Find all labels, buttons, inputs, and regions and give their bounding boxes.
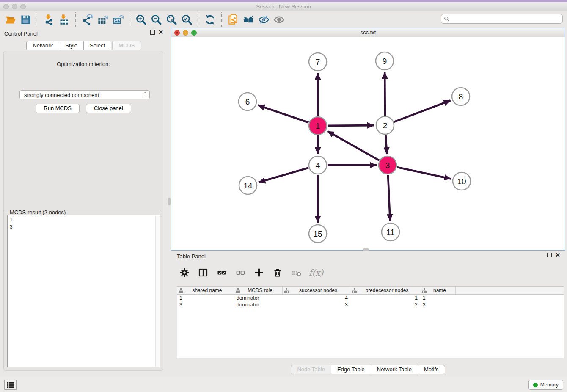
refresh-button[interactable]: [202, 13, 217, 26]
table-body: 1dominator4113dominator323: [177, 295, 564, 308]
mcds-result-group: MCDS result (2 nodes) 1 3: [6, 213, 162, 369]
import-network-button[interactable]: [41, 13, 56, 26]
select-all-button[interactable]: [216, 267, 228, 279]
duplicate-network-icon: [228, 14, 239, 25]
node-6[interactable]: 6: [239, 93, 256, 110]
column-header-shared-name[interactable]: shared name: [177, 287, 234, 294]
table-row[interactable]: 1dominator411: [177, 295, 564, 301]
network-canvas[interactable]: 7968124314101511: [171, 37, 565, 250]
edge-3-10[interactable]: [397, 167, 451, 179]
zoom-in-button[interactable]: [133, 13, 149, 26]
split-columns-button[interactable]: [197, 267, 209, 279]
delete-button[interactable]: [272, 267, 284, 279]
column-header-name[interactable]: name: [420, 287, 456, 294]
eye-slash-icon: [258, 14, 270, 25]
edge-2-8[interactable]: [394, 100, 451, 122]
svg-text:11: 11: [386, 228, 395, 237]
column-header-predecessor-nodes[interactable]: predecessor nodes: [350, 287, 420, 294]
delete-table-button[interactable]: [290, 267, 302, 279]
function-builder-button[interactable]: f(x): [309, 268, 323, 278]
status-bar: Memory: [0, 377, 567, 392]
task-history-button[interactable]: [4, 380, 17, 390]
vertical-splitter-handle[interactable]: [168, 198, 171, 205]
float-panel-icon[interactable]: [150, 30, 155, 35]
node-7[interactable]: 7: [309, 53, 327, 71]
edge-1-2[interactable]: [328, 125, 374, 126]
close-panel-icon[interactable]: ✕: [158, 30, 163, 35]
table-row[interactable]: 3dominator323: [177, 301, 564, 308]
table-tab-node-table[interactable]: Node Table: [291, 365, 331, 374]
gear-icon: [179, 268, 190, 278]
edge-2-9[interactable]: [385, 72, 385, 116]
result-scrollbar[interactable]: [155, 216, 160, 367]
edge-3-11[interactable]: [388, 175, 390, 221]
table-tab-motifs[interactable]: Motifs: [418, 365, 445, 374]
table-tab-network-table[interactable]: Network Table: [371, 365, 418, 374]
criterion-select[interactable]: strongly connected component ⌃⌄: [19, 90, 150, 99]
result-line: 3: [10, 224, 158, 231]
node-11[interactable]: 11: [382, 223, 399, 241]
result-line: 1: [10, 216, 158, 224]
open-session-button[interactable]: [3, 13, 18, 26]
zoom-out-button[interactable]: [149, 13, 164, 26]
node-4[interactable]: 4: [309, 156, 327, 174]
column-header-mcds-role[interactable]: MCDS role: [234, 287, 283, 294]
node-14[interactable]: 14: [239, 177, 257, 194]
hide-selected-button[interactable]: [256, 13, 271, 26]
float-panel-icon[interactable]: [547, 253, 552, 257]
close-panel-icon[interactable]: ✕: [555, 253, 560, 257]
mcds-result-textarea[interactable]: 1 3: [7, 215, 160, 367]
export-image-icon: [112, 14, 124, 25]
node-8[interactable]: 8: [452, 88, 470, 105]
table-cell: 1: [350, 295, 420, 301]
edge-3-1[interactable]: [328, 131, 379, 160]
import-table-icon: [58, 14, 70, 25]
export-table-button[interactable]: [95, 13, 110, 26]
export-network-button[interactable]: [80, 13, 95, 26]
run-mcds-button[interactable]: Run MCDS: [36, 104, 80, 113]
zoom-out-icon: [151, 14, 162, 25]
node-10[interactable]: 10: [453, 172, 471, 190]
search-field[interactable]: [441, 14, 563, 24]
svg-text:15: 15: [313, 229, 322, 238]
horizontal-splitter-handle[interactable]: [363, 248, 369, 251]
create-column-button[interactable]: [253, 267, 265, 279]
node-3[interactable]: 3: [379, 156, 396, 174]
table-settings-button[interactable]: [179, 267, 190, 279]
edge-2-3[interactable]: [385, 135, 387, 154]
edge-4-14[interactable]: [259, 168, 308, 182]
tab-style[interactable]: Style: [59, 41, 84, 50]
duplicate-network-button[interactable]: [226, 13, 241, 26]
node-2[interactable]: 2: [376, 116, 394, 134]
import-table-button[interactable]: [56, 13, 72, 26]
toolbar-separator: [198, 12, 198, 27]
zoom-fit-button[interactable]: [164, 13, 179, 26]
application-window: Session: New Session: [0, 0, 567, 392]
home-button[interactable]: [241, 13, 256, 26]
zoom-selected-button[interactable]: [179, 13, 194, 26]
node-1[interactable]: 1: [309, 117, 327, 135]
node-15[interactable]: 15: [309, 225, 327, 243]
network-frame-titlebar[interactable]: × − + scc.txt: [171, 28, 565, 38]
svg-text:1: 1: [316, 121, 320, 130]
tab-network[interactable]: Network: [26, 41, 59, 50]
save-session-button[interactable]: [18, 13, 33, 26]
memory-button[interactable]: Memory: [528, 380, 563, 390]
edge-1-6[interactable]: [258, 105, 309, 122]
export-image-button[interactable]: [110, 13, 125, 26]
search-input[interactable]: [450, 15, 562, 22]
tab-select[interactable]: Select: [83, 41, 111, 50]
node-9[interactable]: 9: [376, 52, 394, 70]
zoom-selected-icon: [181, 14, 193, 25]
show-all-button[interactable]: [271, 13, 286, 26]
column-header-successor-nodes[interactable]: successor nodes: [283, 287, 350, 294]
table-tab-edge-table[interactable]: Edge Table: [331, 365, 371, 374]
window-title: Session: New Session: [0, 3, 567, 10]
toolbar-separator: [129, 12, 129, 27]
close-panel-button[interactable]: Close panel: [86, 104, 131, 113]
column-sort-icon: [352, 288, 357, 293]
deselect-all-button[interactable]: [234, 267, 246, 279]
network-graph: 7968124314101511: [171, 37, 565, 250]
svg-text:4: 4: [316, 161, 320, 170]
tab-mcds[interactable]: MCDS: [112, 41, 141, 50]
